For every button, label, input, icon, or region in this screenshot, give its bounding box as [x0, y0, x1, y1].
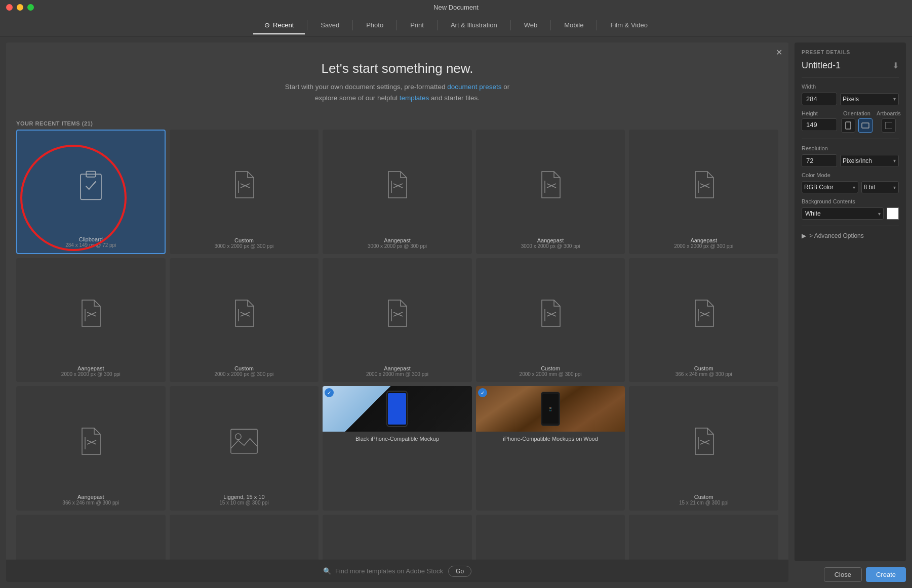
chevron-right-icon: ▶ — [802, 232, 806, 239]
image-placeholder-icon-2 — [76, 520, 105, 560]
color-bit-wrap: 8 bit 16 bit 32 bit — [861, 181, 899, 193]
tab-photo[interactable]: Photo — [355, 16, 394, 34]
height-input[interactable] — [802, 118, 837, 131]
item-custom5[interactable]: Custom 15 x 21 cm @ 300 ppi — [629, 386, 778, 511]
main-area: ✕ Let's start something new. Start with … — [0, 36, 912, 588]
item-aangepast5[interactable]: Aangepast 2000 x 2000 mm @ 300 ppi — [323, 258, 472, 383]
nav-divider-7 — [597, 20, 597, 30]
tab-art[interactable]: Art & Illustration — [440, 16, 508, 34]
item-custom1[interactable]: Custom 3000 x 2000 px @ 300 ppi — [170, 130, 319, 254]
document-presets-link[interactable]: document presets — [447, 83, 501, 91]
item-doc4[interactable] — [629, 515, 778, 560]
document-icon-3 — [535, 135, 566, 235]
close-button[interactable]: Close — [824, 567, 862, 582]
item-doc2[interactable] — [323, 515, 472, 560]
bg-label: Background Contents — [802, 198, 899, 204]
templates-link[interactable]: templates — [400, 94, 429, 102]
tab-mobile[interactable]: Mobile — [553, 16, 594, 34]
item-aangepast2[interactable]: Aangepast 3000 x 2000 px @ 300 ppi — [476, 130, 625, 254]
width-unit-select[interactable]: Pixels Inches cm mm — [840, 93, 899, 105]
item-liggend[interactable]: Liggend, 15 x 10 15 x 10 cm @ 300 ppi — [170, 386, 319, 510]
color-mode-row: RGB Color CMYK Color Grayscale 8 bit 16 … — [802, 181, 899, 193]
bg-row: White Black Background Color Transparent… — [802, 207, 899, 220]
svg-rect-32 — [231, 430, 257, 453]
preset-title-row: Untitled-1 ⬇ — [802, 60, 899, 71]
tab-film[interactable]: Film & Video — [599, 16, 658, 34]
item-doc1[interactable] — [170, 515, 319, 560]
search-icon: 🔍 — [323, 567, 331, 575]
nav-divider-5 — [510, 20, 511, 30]
item-liggend-dims: 15 x 10 cm @ 300 ppi — [219, 500, 268, 506]
divider-1 — [802, 77, 899, 77]
artboards-checkbox[interactable] — [882, 118, 896, 133]
nav-divider-2 — [352, 20, 353, 30]
maximize-traffic-light[interactable] — [27, 4, 34, 11]
color-mode-wrap: RGB Color CMYK Color Grayscale — [802, 181, 858, 193]
tab-web[interactable]: Web — [513, 16, 549, 34]
item-aangepast3-dims: 2000 x 2000 px @ 300 ppi — [674, 243, 733, 249]
document-icon-9 — [689, 263, 719, 364]
item-custom3-dims: 2000 x 2000 mm @ 300 ppi — [520, 371, 582, 377]
item-custom4[interactable]: Custom 366 x 246 mm @ 300 ppi — [629, 258, 778, 383]
close-traffic-light[interactable] — [6, 4, 13, 11]
resolution-input[interactable] — [802, 154, 837, 167]
panel-close-button[interactable]: ✕ — [776, 48, 782, 57]
preset-panel-header: PRESET DETAILS — [802, 50, 899, 55]
create-button[interactable]: Create — [866, 567, 906, 582]
item-img1[interactable] — [16, 515, 166, 560]
height-label: Height — [802, 110, 837, 116]
minimize-traffic-light[interactable] — [17, 4, 23, 11]
bg-select[interactable]: White Black Background Color Transparent… — [802, 207, 884, 220]
item-iphone-wood[interactable]: ✓ 📱 iPhone-Compatible Mockups on Wood — [476, 386, 625, 510]
item-custom2[interactable]: Custom 2000 x 2000 px @ 300 ppi — [170, 258, 319, 382]
bg-select-wrap: White Black Background Color Transparent… — [802, 207, 884, 220]
item-aangepast1-name: Aangepast — [384, 237, 411, 243]
svg-point-33 — [235, 434, 241, 440]
go-button[interactable]: Go — [448, 566, 471, 577]
item-clipboard[interactable]: Clipboard 284 x 149 px @ 72 ppi — [16, 130, 166, 254]
item-iphone-blue[interactable]: ✓ Black iPhone-Compatible Mockup — [323, 386, 472, 511]
resolution-field-group: Resolution Pixels/Inch Pixels/cm — [802, 145, 899, 167]
search-bar: 🔍 Find more templates on Adobe Stock Go — [6, 560, 788, 582]
items-scroll-area[interactable]: Clipboard 284 x 149 px @ 72 ppi — [6, 130, 788, 560]
hero-title: Let's start something new. — [16, 61, 778, 76]
save-preset-icon[interactable]: ⬇ — [892, 61, 899, 70]
item-custom3[interactable]: Custom 2000 x 2000 mm @ 300 ppi — [476, 258, 625, 382]
resolution-label: Resolution — [802, 145, 899, 151]
preset-title: Untitled-1 — [802, 60, 841, 71]
tab-print[interactable]: Print — [399, 16, 435, 34]
document-icon-15 — [689, 520, 719, 560]
color-mode-select[interactable]: RGB Color CMYK Color Grayscale — [802, 181, 858, 193]
item-aangepast4[interactable]: Aangepast 2000 x 2000 px @ 300 ppi — [16, 258, 166, 382]
item-custom5-dims: 15 x 21 cm @ 300 ppi — [679, 500, 728, 506]
advanced-options-toggle[interactable]: ▶ > Advanced Options — [802, 232, 899, 239]
item-aangepast2-name: Aangepast — [537, 237, 564, 243]
svg-rect-51 — [846, 122, 851, 129]
document-icon-8 — [535, 263, 566, 363]
item-custom1-name: Custom — [234, 237, 254, 243]
resolution-unit-select[interactable]: Pixels/Inch Pixels/cm — [840, 155, 899, 167]
orientation-buttons — [841, 118, 873, 133]
portrait-button[interactable] — [841, 118, 855, 133]
item-aangepast3[interactable]: Aangepast 2000 x 2000 px @ 300 ppi — [629, 130, 778, 254]
color-bit-select[interactable]: 8 bit 16 bit 32 bit — [861, 181, 899, 193]
resolution-row: Pixels/Inch Pixels/cm — [802, 154, 899, 167]
item-aangepast4-dims: 2000 x 2000 px @ 300 ppi — [61, 371, 121, 377]
width-input[interactable] — [802, 93, 837, 105]
image-placeholder-icon — [229, 391, 259, 491]
bg-color-swatch[interactable] — [887, 207, 899, 220]
nav-divider-6 — [550, 20, 551, 30]
item-doc3[interactable] — [476, 515, 625, 560]
tab-recent[interactable]: ⊙ Recent — [253, 16, 305, 34]
search-wrap: 🔍 Find more templates on Adobe Stock — [323, 567, 443, 575]
tab-saved[interactable]: Saved — [309, 16, 350, 34]
divider-2 — [802, 139, 899, 139]
item-aangepast1[interactable]: Aangepast 3000 x 2000 px @ 300 ppi — [323, 130, 472, 254]
item-aangepast1-dims: 3000 x 2000 px @ 300 ppi — [368, 243, 427, 249]
hero-section: Let's start something new. Start with yo… — [6, 43, 788, 113]
landscape-button[interactable] — [858, 118, 873, 133]
orientation-label: Orientation — [843, 110, 870, 116]
window-title: New Document — [433, 4, 479, 11]
item-liggend-name: Liggend, 15 x 10 — [223, 494, 264, 500]
item-aangepast6[interactable]: Aangepast 366 x 246 mm @ 300 ppi — [16, 386, 166, 510]
